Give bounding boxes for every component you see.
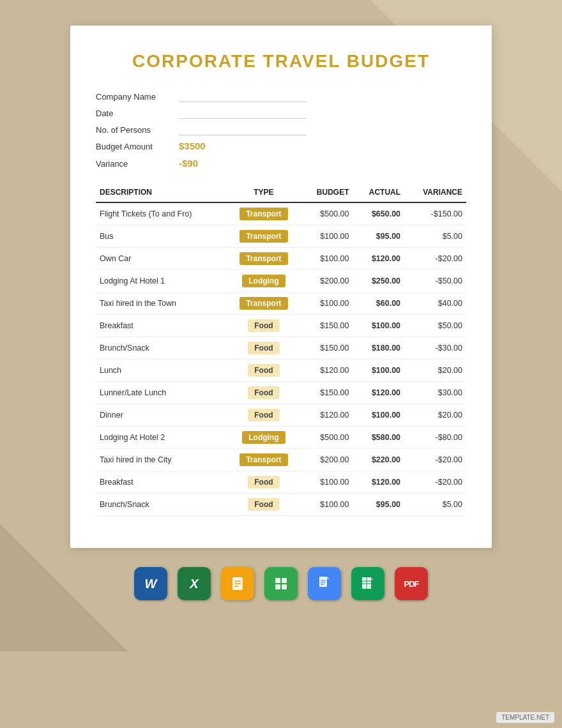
cell-description: Taxi hired in the City: [96, 449, 227, 471]
cell-variance: $50.00: [404, 315, 466, 337]
type-badge: Food: [248, 342, 279, 354]
cell-type: Transport: [227, 225, 301, 248]
cell-budget: $120.00: [300, 360, 353, 382]
cell-type: Lodging: [227, 427, 301, 449]
persons-value: [179, 124, 307, 135]
cell-variance: $5.00: [404, 225, 466, 248]
cell-actual: $250.00: [353, 270, 405, 292]
type-badge: Transport: [239, 230, 287, 243]
cell-variance: -$80.00: [404, 427, 466, 449]
company-name-row: Company Name: [96, 91, 466, 102]
table-row: Own Car Transport $100.00 $120.00 -$20.0…: [96, 248, 466, 270]
type-badge: Food: [248, 386, 279, 399]
variance-label: Variance: [96, 159, 179, 169]
gdocs-icon[interactable]: [308, 567, 341, 600]
table-row: Breakfast Food $150.00 $100.00 $50.00: [96, 315, 466, 337]
cell-description: Brunch/Snack: [96, 494, 227, 516]
cell-budget: $150.00: [300, 315, 353, 337]
cell-description: Brunch/Snack: [96, 337, 227, 360]
budget-amount-label: Budget Amount: [96, 142, 179, 151]
cell-actual: $650.00: [353, 202, 405, 225]
persons-row: No. of Persons: [96, 124, 466, 135]
table-row: Breakfast Food $100.00 $120.00 -$20.00: [96, 471, 466, 494]
table-row: Taxi hired in the Town Transport $100.00…: [96, 292, 466, 315]
cell-description: Taxi hired in the Town: [96, 292, 227, 315]
excel-icon[interactable]: X: [178, 567, 211, 600]
table-row: Dinner Food $120.00 $100.00 $20.00: [96, 404, 466, 427]
cell-actual: $580.00: [353, 427, 405, 449]
persons-label: No. of Persons: [96, 125, 179, 135]
col-variance: VARIANCE: [404, 183, 466, 202]
cell-budget: $100.00: [300, 471, 353, 494]
word-icon[interactable]: W: [134, 567, 167, 600]
cell-description: Own Car: [96, 248, 227, 270]
col-actual: ACTUAL: [353, 183, 405, 202]
cell-actual: $100.00: [353, 315, 405, 337]
cell-actual: $120.00: [353, 471, 405, 494]
cell-budget: $200.00: [300, 270, 353, 292]
numbers-icon[interactable]: [264, 567, 298, 600]
type-badge: Lodging: [242, 431, 285, 444]
type-badge: Food: [248, 364, 279, 377]
cell-description: Lodging At Hotel 1: [96, 270, 227, 292]
type-badge: Lodging: [242, 275, 285, 287]
cell-variance: -$50.00: [404, 270, 466, 292]
table-row: Lodging At Hotel 2 Lodging $500.00 $580.…: [96, 427, 466, 449]
cell-description: Dinner: [96, 404, 227, 427]
document-title: CORPORATE TRAVEL BUDGET: [96, 51, 466, 72]
cell-variance: $5.00: [404, 494, 466, 516]
budget-amount-value: $3500: [179, 140, 307, 153]
cell-type: Food: [227, 315, 301, 337]
cell-variance: $40.00: [404, 292, 466, 315]
cell-budget: $150.00: [300, 337, 353, 360]
type-badge: Food: [248, 498, 279, 511]
type-badge: Food: [248, 476, 279, 489]
company-name-value: [179, 91, 307, 102]
cell-actual: $180.00: [353, 337, 405, 360]
cell-actual: $100.00: [353, 360, 405, 382]
page-container: CORPORATE TRAVEL BUDGET Company Name Dat…: [13, 26, 549, 600]
cell-description: Lunch: [96, 360, 227, 382]
cell-type: Food: [227, 404, 301, 427]
table-row: Taxi hired in the City Transport $200.00…: [96, 449, 466, 471]
type-badge: Transport: [239, 252, 287, 265]
table-row: Flight Tickets (To and Fro) Transport $5…: [96, 202, 466, 225]
svg-rect-5: [282, 578, 287, 583]
cell-budget: $200.00: [300, 449, 353, 471]
gsheets-icon[interactable]: [351, 567, 384, 600]
pages-icon[interactable]: [221, 567, 254, 600]
cell-actual: $60.00: [353, 292, 405, 315]
info-section: Company Name Date No. of Persons Budget …: [96, 91, 466, 170]
document: CORPORATE TRAVEL BUDGET Company Name Dat…: [70, 26, 492, 548]
svg-rect-4: [275, 578, 280, 583]
svg-rect-8: [319, 577, 327, 587]
cell-variance: $20.00: [404, 404, 466, 427]
cell-type: Transport: [227, 292, 301, 315]
table-row: Brunch/Snack Food $150.00 $180.00 -$30.0…: [96, 337, 466, 360]
cell-description: Lodging At Hotel 2: [96, 427, 227, 449]
type-badge: Transport: [239, 297, 287, 310]
variance-value: -$90: [179, 158, 307, 170]
date-label: Date: [96, 109, 179, 118]
cell-budget: $100.00: [300, 494, 353, 516]
cell-type: Transport: [227, 202, 301, 225]
budget-table: DESCRIPTION TYPE BUDGET ACTUAL VARIANCE …: [96, 183, 466, 516]
cell-variance: $20.00: [404, 360, 466, 382]
cell-variance: -$150.00: [404, 202, 466, 225]
cell-actual: $95.00: [353, 225, 405, 248]
cell-budget: $120.00: [300, 404, 353, 427]
pdf-icon[interactable]: PDF: [395, 567, 428, 600]
cell-budget: $150.00: [300, 382, 353, 404]
cell-type: Food: [227, 494, 301, 516]
svg-marker-9: [327, 577, 330, 579]
type-badge: Transport: [239, 453, 287, 466]
cell-variance: -$20.00: [404, 449, 466, 471]
table-row: Bus Transport $100.00 $95.00 $5.00: [96, 225, 466, 248]
cell-variance: -$20.00: [404, 248, 466, 270]
col-description: DESCRIPTION: [96, 183, 227, 202]
cell-description: Breakfast: [96, 315, 227, 337]
table-header-row: DESCRIPTION TYPE BUDGET ACTUAL VARIANCE: [96, 183, 466, 202]
date-row: Date: [96, 107, 466, 119]
cell-budget: $100.00: [300, 292, 353, 315]
budget-amount-row: Budget Amount $3500: [96, 140, 466, 153]
